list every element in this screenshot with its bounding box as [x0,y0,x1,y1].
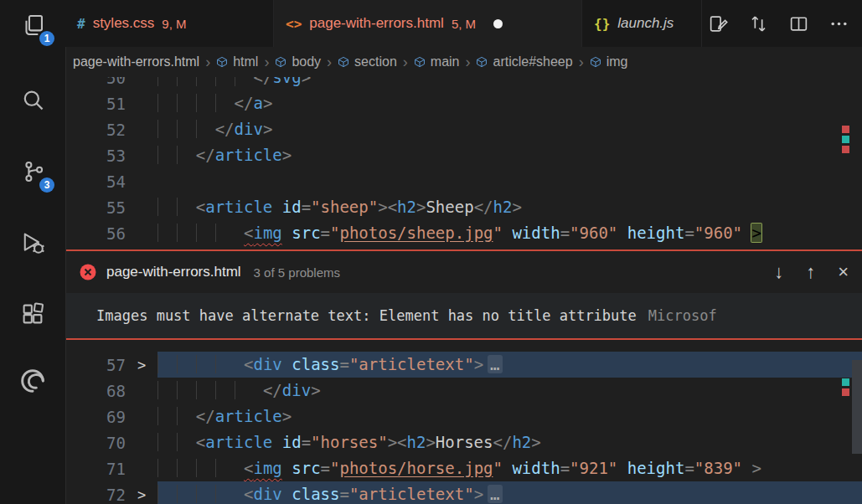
run-debug-button[interactable] [0,219,65,266]
explorer-button[interactable]: 1 [0,2,65,49]
tab-decoration: 5, M [452,17,476,31]
code-token: div [282,381,311,399]
open-changes-button[interactable] [706,12,730,35]
code-token: </ [263,381,282,399]
code-token: > [426,433,435,451]
code-token: div [253,355,281,373]
code-text[interactable]: </div> [157,378,862,404]
code-token: height [627,224,685,242]
breadcrumb-item-img[interactable]: img [590,54,628,69]
close-panel-button[interactable]: × [838,263,849,281]
code-text[interactable]: <article id="sheep"><h2>Sheep</h2> [157,194,862,220]
breadcrumb-label: body [292,54,321,69]
indent-guide [157,381,177,399]
breadcrumb-item-main[interactable]: main [414,54,460,69]
indent-guide [157,355,177,373]
indent-guide [157,94,177,112]
search-icon [20,88,45,113]
code-token: < [244,355,253,373]
indent-guide [196,355,215,373]
line-number: 70 [65,434,126,452]
line-number: 69 [65,408,126,426]
breadcrumb-item-article-sheep[interactable]: article#sheep [476,54,572,69]
code-text[interactable]: <img src="photos/sheep.jpg" width="960" … [157,220,862,246]
code-text[interactable]: </article> [157,142,862,168]
line-number: 72 [65,486,126,504]
code-token: Sheep [426,198,473,216]
code-line-71: 71 <img src="photos/horse.jpg" width="92… [65,455,862,481]
breadcrumb-item-html[interactable]: html [216,54,258,69]
breadcrumb-item-body[interactable]: body [275,54,321,69]
minimap-error-mark [842,146,849,153]
fold-chevron-icon[interactable]: > [126,486,157,503]
code-text[interactable]: <article id="horses"><h2>Horses</h2> [157,429,862,455]
code-token: = [684,224,694,242]
code-text[interactable]: </a> [157,90,862,116]
code-token: "articletext" [349,485,474,503]
next-problem-button[interactable]: ↓ [774,263,783,281]
code-token [282,485,292,503]
indent-guide [215,94,235,112]
code-token: </ [493,433,513,451]
previous-problem-button[interactable]: ↑ [806,263,815,281]
code-token: "839" [694,459,742,477]
code-line-53: 53 </article> [65,142,862,168]
code-text[interactable] [157,168,862,194]
code-token: "sheep" [311,198,378,216]
split-editor-button[interactable] [787,12,810,35]
extensions-button[interactable] [0,291,65,337]
code-text[interactable]: <div class="articletext">… [157,352,862,378]
code-token: </ [235,94,254,112]
code-token: </ [474,198,493,216]
problem-row[interactable]: Images must have alternate text: Element… [65,293,862,338]
modified-dot[interactable] [493,19,503,28]
error-icon [79,263,97,281]
code-text[interactable]: </article> [157,404,862,429]
code-token: "articletext" [349,355,474,373]
tab-launch-json[interactable]: {} launch.js [582,0,702,47]
code-text[interactable]: <div class="articletext">… [157,481,862,504]
code-text[interactable]: </div> [157,116,862,142]
indent-guide [177,355,196,373]
code-token: Horses [436,433,493,451]
indent-guide [177,485,196,503]
tab-styles-css[interactable]: # styles.css 9, M [65,0,274,47]
search-button[interactable] [0,77,65,124]
compare-changes-button[interactable] [746,12,770,35]
indent-guide [177,459,196,477]
code-token: "960" [570,224,617,242]
line-number: 52 [65,121,126,139]
indent-guide [157,198,177,216]
code-token: < [196,433,205,451]
breadcrumb-file[interactable]: page-with-errors.html [73,54,199,69]
code-line-51: 51 </a> [65,90,862,116]
breadcrumb-item-section[interactable]: section [338,54,397,69]
indent-guide [177,407,196,425]
code-token: > [263,120,272,138]
code-token [617,459,627,477]
tab-page-with-errors[interactable]: <> page-with-errors.html 5, M [274,0,582,47]
indent-guide [177,381,196,399]
code-line-57: 57> <div class="articletext">… [65,352,862,378]
code-token: height [627,459,685,477]
indent-guide [196,224,215,242]
file-link[interactable]: photos/horse.jpg [339,459,493,477]
more-actions-button[interactable] [827,12,850,35]
code-token: … [488,485,502,503]
debug-icon [20,230,45,255]
code-text[interactable]: <img src="photos/horse.jpg" width="921" … [157,455,862,481]
source-control-button[interactable]: 3 [0,148,65,195]
code-line-70: 70 <article id="horses"><h2>Horses</h2> [65,429,862,455]
code-token: = [321,459,330,477]
problem-message: Images must have alternate text: Element… [96,307,637,324]
indent-guide [177,224,196,242]
code-token: h2 [512,433,531,451]
edge-devtools-button[interactable] [0,357,65,404]
fold-chevron-icon[interactable]: > [126,357,157,373]
scrollbar-thumb[interactable] [852,360,862,454]
code-token: id [282,433,302,451]
file-link[interactable]: photos/sheep.jpg [339,224,493,242]
line-number: 71 [65,460,126,478]
indent-guide [196,485,215,503]
code-token: = [339,355,348,373]
